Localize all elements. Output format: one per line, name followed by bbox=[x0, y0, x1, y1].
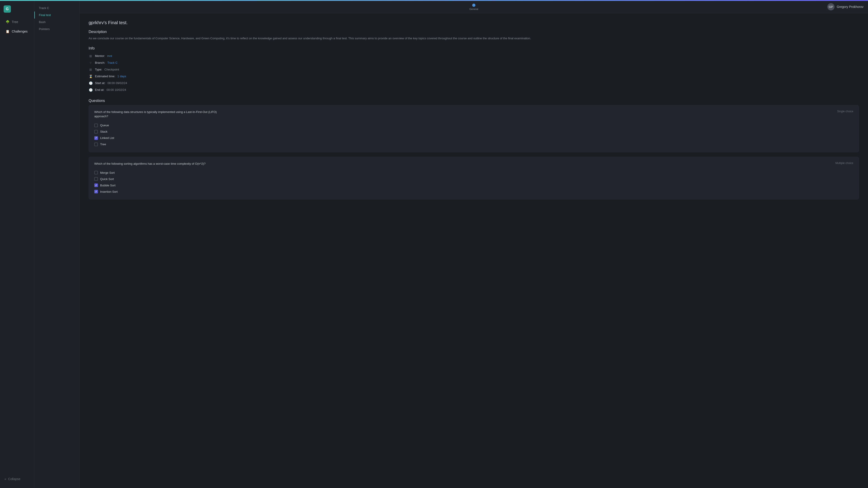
info-estimated: ⌛ Estimated time: 1 days bbox=[89, 73, 859, 80]
nav-item-track-c[interactable]: Track C bbox=[34, 4, 79, 11]
content-body: gprkhrv's Final test. Description As we … bbox=[80, 13, 868, 488]
nav-item-bash[interactable]: Bash bbox=[34, 19, 79, 26]
question-card-1: Which of the following data structures i… bbox=[89, 105, 859, 152]
logo-area: G bbox=[0, 4, 34, 17]
sidebar-item-challenges[interactable]: 📋 Challenges bbox=[2, 27, 32, 36]
nav-item-pointers[interactable]: Pointers bbox=[34, 26, 79, 33]
checkbox-q2-quick-sort[interactable] bbox=[94, 177, 98, 181]
description-text: As we conclude our course on the fundame… bbox=[89, 36, 859, 41]
info-section: Info ⊞ Mentor: mnt ⑂ Branch: Track C ⊞ T… bbox=[89, 46, 859, 93]
question-1-text: Which of the following data structures i… bbox=[94, 110, 230, 119]
checkbox-q1-tree[interactable] bbox=[94, 142, 98, 146]
option-label-q1-linked-list: Linked List bbox=[100, 136, 114, 140]
option-label-q1-stack: Stack bbox=[100, 130, 107, 133]
sidebar: G 🌳 Tree 📋 Challenges « Collapse bbox=[0, 1, 34, 488]
type-value: Checkpoint bbox=[104, 68, 119, 71]
checkbox-q2-insertion-sort[interactable] bbox=[94, 190, 98, 193]
start-label: Start at: bbox=[95, 81, 105, 85]
question-2-header: Which of the following sorting algorithm… bbox=[94, 162, 853, 166]
app-logo: G bbox=[4, 5, 11, 13]
clock-start-icon: 🕐 bbox=[89, 81, 93, 85]
step-general: General bbox=[469, 4, 478, 10]
end-label: End at: bbox=[95, 88, 104, 92]
type-label: Type: bbox=[95, 68, 102, 71]
checkbox-q2-bubble-sort[interactable] bbox=[94, 184, 98, 187]
option-q1-tree[interactable]: Tree bbox=[94, 141, 853, 148]
option-label-q1-queue: Queue bbox=[100, 124, 109, 127]
option-q2-quick-sort[interactable]: Quick Sort bbox=[94, 176, 853, 182]
tree-icon: 🌳 bbox=[5, 20, 9, 24]
option-q2-bubble-sort[interactable]: Bubble Sort bbox=[94, 182, 853, 188]
option-label-q2-quick-sort: Quick Sort bbox=[100, 177, 114, 181]
info-branch: ⑂ Branch: Track C bbox=[89, 59, 859, 66]
option-label-q1-tree: Tree bbox=[100, 142, 106, 146]
user-area: GP Gregory Prokhorov bbox=[827, 3, 864, 10]
option-q1-stack[interactable]: Stack bbox=[94, 129, 853, 135]
sidebar-bottom: « Collapse bbox=[0, 473, 34, 485]
info-type: ⊞ Type: Checkpoint bbox=[89, 66, 859, 73]
challenges-icon: 📋 bbox=[5, 29, 9, 33]
branch-value: Track C bbox=[107, 61, 118, 64]
option-label-q2-bubble-sort: Bubble Sort bbox=[100, 184, 116, 187]
start-value: 08:00 09/02/24 bbox=[107, 81, 127, 85]
hourglass-icon: ⌛ bbox=[89, 74, 93, 78]
info-end: 🕐 End at: 00:00 10/02/24 bbox=[89, 87, 859, 93]
estimated-label: Estimated time: bbox=[95, 74, 115, 78]
clock-end-icon: 🕐 bbox=[89, 88, 93, 92]
mentor-icon: ⊞ bbox=[89, 54, 93, 58]
main-area: General GP Gregory Prokhorov gprkhrv's F… bbox=[80, 1, 868, 488]
checkbox-q1-queue[interactable] bbox=[94, 124, 98, 127]
option-q1-linked-list[interactable]: Linked List bbox=[94, 135, 853, 141]
branch-label: Branch: bbox=[95, 61, 105, 64]
info-start: 🕐 Start at: 08:00 09/02/24 bbox=[89, 80, 859, 87]
collapse-button[interactable]: « Collapse bbox=[2, 475, 32, 483]
checkbox-q1-linked-list[interactable] bbox=[94, 136, 98, 140]
content-nav: Track C Final test Bash Pointers bbox=[34, 1, 80, 488]
question-2-type: Multiple choice bbox=[835, 162, 853, 165]
mentor-label: Mentor: bbox=[95, 54, 105, 58]
type-icon: ⊞ bbox=[89, 68, 93, 72]
estimated-value: 1 days bbox=[118, 74, 126, 78]
question-card-2: Which of the following sorting algorithm… bbox=[89, 157, 859, 200]
option-label-q2-insertion-sort: Insertion Sort bbox=[100, 190, 118, 193]
option-label-q2-merge-sort: Merge Sort bbox=[100, 171, 115, 174]
collapse-icon: « bbox=[4, 477, 6, 481]
info-mentor: ⊞ Mentor: mnt bbox=[89, 53, 859, 59]
questions-section: Questions Which of the following data st… bbox=[89, 99, 859, 200]
option-q2-merge-sort[interactable]: Merge Sort bbox=[94, 169, 853, 176]
checkbox-q1-stack[interactable] bbox=[94, 130, 98, 133]
end-value: 00:00 10/02/24 bbox=[106, 88, 126, 92]
step-label: General bbox=[469, 8, 478, 10]
question-2-text: Which of the following sorting algorithm… bbox=[94, 162, 206, 166]
sidebar-item-label: Challenges bbox=[12, 30, 28, 33]
sidebar-item-label: Tree bbox=[12, 20, 18, 24]
question-1-type: Single choice bbox=[837, 110, 853, 113]
nav-item-final-test[interactable]: Final test bbox=[34, 11, 79, 19]
info-heading: Info bbox=[89, 46, 859, 51]
description-heading: Description bbox=[89, 30, 859, 34]
step-dot bbox=[472, 4, 475, 7]
collapse-label: Collapse bbox=[8, 477, 20, 481]
questions-heading: Questions bbox=[89, 99, 859, 103]
mentor-value: mnt bbox=[107, 54, 112, 58]
user-avatar: GP bbox=[827, 3, 835, 10]
checkbox-q2-merge-sort[interactable] bbox=[94, 171, 98, 174]
option-q1-queue[interactable]: Queue bbox=[94, 122, 853, 129]
question-1-header: Which of the following data structures i… bbox=[94, 110, 853, 119]
sidebar-item-tree[interactable]: 🌳 Tree bbox=[2, 18, 32, 26]
page-title: gprkhrv's Final test. bbox=[89, 20, 859, 25]
user-name: Gregory Prokhorov bbox=[837, 5, 864, 8]
option-q2-insertion-sort[interactable]: Insertion Sort bbox=[94, 188, 853, 195]
branch-icon: ⑂ bbox=[89, 61, 93, 65]
steps-header: General GP Gregory Prokhorov bbox=[80, 1, 868, 13]
